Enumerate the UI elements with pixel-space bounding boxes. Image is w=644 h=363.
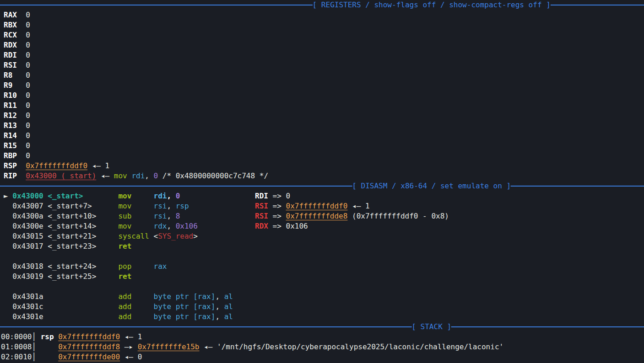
register-name: R10 (4, 91, 26, 100)
mnemonic: sub (118, 212, 153, 220)
banner-rule (0, 326, 644, 327)
operand-register: al (224, 312, 233, 321)
memory-address: 0x7fffffffdde8 (286, 212, 348, 220)
memory-address: 0x7fffffffde00 (58, 352, 120, 361)
register-name: R14 (4, 131, 26, 140)
register-row: R12 0 (0, 111, 644, 121)
annotation-register: RDI (255, 192, 268, 200)
disasm-row: 0x4300e <_start+14> mov rdx, 0x106RDX =>… (0, 221, 644, 231)
memory-address: 0x7fffffffddf0 (26, 161, 87, 170)
register-value: 0 (26, 151, 30, 160)
register-row: R13 0 (0, 121, 644, 131)
mnemonic: add (118, 312, 153, 321)
instruction-annotation: RSI => 0x7fffffffddf0 ◂— 1 (255, 201, 369, 211)
memory-address: 0x43000 (_start) (26, 171, 96, 180)
operand-memory: byte ptr [rax] (154, 292, 216, 301)
mnemonic: add (118, 302, 153, 311)
annotation-register: RSI (255, 212, 268, 220)
operand-register: rdx (154, 222, 167, 230)
mnemonic: syscall (118, 232, 153, 240)
annotation-value: 0 (286, 192, 291, 200)
pointer-arrow: —▸ (120, 342, 138, 351)
register-name: RDI (4, 51, 26, 59)
register-value: 0 (26, 81, 30, 90)
register-name: RCX (4, 31, 26, 39)
registers-banner: [ REGISTERS / show-flags off / show-comp… (0, 0, 644, 10)
registers-pane: RAX 0RBX 0RCX 0RDX 0RDI 0RSI 0R8 0R9 0R1… (0, 10, 644, 181)
operand-register: rdi (154, 192, 167, 200)
mnemonic: mov (118, 192, 153, 200)
immediate: 0x106 (176, 222, 198, 230)
immediate: 8 (176, 212, 180, 220)
register-value: 0 (26, 21, 30, 29)
operand-register: rsi (154, 202, 167, 210)
stack-banner-title: [ STACK ] (411, 322, 451, 332)
disasm-row: ► 0x43000 <_start> mov rdi, 0RDI => 0 (0, 191, 644, 201)
mnemonic: ret (118, 242, 131, 251)
address-symbol: 0x43018 <_start+24> (12, 262, 118, 271)
register-row: R10 0 (0, 91, 644, 101)
operand-register: rsi (154, 212, 167, 220)
disasm-row: 0x43017 <_start+23> ret (0, 241, 644, 251)
current-instruction-marker: ► (4, 192, 12, 200)
mnemonic: mov (118, 202, 153, 210)
register-name: R12 (4, 111, 26, 120)
disasm-banner: [ DISASM / x86-64 / set emulate on ] (0, 181, 644, 191)
register-value: 0 (26, 11, 30, 19)
register-row: R9 0 (0, 80, 644, 91)
stack-row: 01:0008│ 0x7fffffffddf8 —▸ 0x7fffffffe15… (0, 342, 644, 352)
debugger-terminal[interactable]: [ REGISTERS / show-flags off / show-comp… (0, 0, 644, 363)
register-row: RCX 0 (0, 30, 644, 40)
disasm-row: 0x4301c add byte ptr [rax], al (0, 302, 644, 312)
register-name: RSP (4, 161, 26, 170)
instruction-annotation: RDI => 0 (255, 191, 290, 201)
stack-offset: 00:0000 (1, 332, 32, 341)
instruction-annotation: RDX => 0x106 (255, 221, 308, 231)
register-row: RIP 0x43000 (_start) ◂— mov rdi, 0 /* 0x… (0, 171, 644, 181)
immediate: 0 (176, 192, 180, 200)
register-value: 0 (26, 121, 30, 130)
register-row: RAX 0 (0, 10, 644, 20)
operand-memory: byte ptr [rax] (154, 302, 216, 311)
syscall-name: SYS_read (158, 232, 193, 240)
mnemonic: mov (114, 171, 127, 180)
disasm-row: 0x43007 <_start+7> mov rsi, rspRSI => 0x… (0, 201, 644, 211)
mnemonic: pop (118, 262, 153, 271)
register-row: R11 0 (0, 101, 644, 111)
disasm-row: 0x43019 <_start+25> ret (0, 272, 644, 282)
stack-row: 00:0000│ rsp 0x7fffffffddf0 ◂— 1 (0, 332, 644, 342)
address-symbol: 0x43019 <_start+25> (12, 272, 118, 281)
register-row: RSI 0 (0, 60, 644, 70)
disasm-row (0, 282, 644, 292)
operand-register: rsp (176, 202, 189, 210)
mnemonic: ret (118, 272, 131, 281)
register-row: R14 0 (0, 131, 644, 141)
address-symbol: 0x43000 <_start> (12, 192, 118, 200)
register-name: rsp (41, 332, 59, 341)
stack-offset: 01:0008 (1, 342, 32, 351)
dereference-value: ◂— 1 (120, 332, 142, 341)
string-value: '/mnt/hgfs/Desktop/cyberapocalypse2025/l… (217, 342, 503, 351)
memory-address: 0x7fffffffddf8 (58, 342, 120, 351)
operand-register: al (224, 302, 233, 311)
register-name: RSI (4, 61, 26, 69)
annotation-value: 0x106 (286, 222, 308, 230)
memory-address: 0x7fffffffddf0 (58, 332, 120, 341)
register-name: R8 (4, 71, 26, 80)
dereference-value: ◂— 0 (120, 352, 142, 361)
address-symbol: 0x43015 <_start+21> (12, 232, 118, 240)
address-symbol: 0x43007 <_start+7> (12, 202, 118, 210)
stack-row: 02:0010│ 0x7fffffffde00 ◂— 0 (0, 352, 644, 362)
address-symbol: 0x43017 <_start+23> (12, 242, 118, 251)
register-name: RBP (4, 151, 26, 160)
register-row: RDX 0 (0, 40, 644, 50)
register-name: RIP (4, 171, 26, 180)
address-symbol: 0x4301e (12, 312, 118, 321)
column-divider: │ (32, 352, 40, 361)
register-row: RDI 0 (0, 50, 644, 60)
address-symbol: 0x4301a (12, 292, 118, 301)
annotation-value: (0x7fffffffddf0 - 0x8) (347, 212, 449, 220)
register-value: 0 (26, 71, 30, 80)
register-row: RBP 0 (0, 151, 644, 161)
disasm-banner-title: [ DISASM / x86-64 / set emulate on ] (352, 181, 511, 191)
